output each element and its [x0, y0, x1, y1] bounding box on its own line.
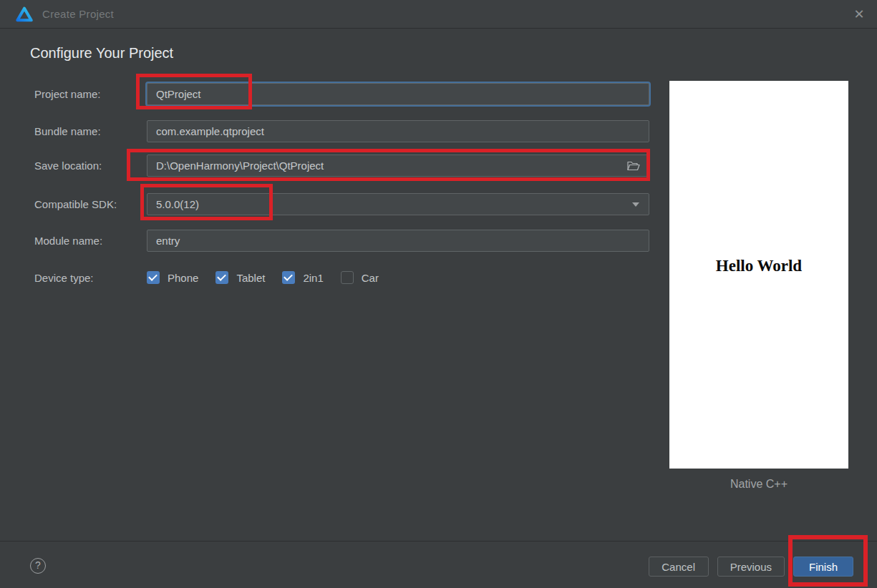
- checkbox-phone-checked[interactable]: [147, 271, 160, 284]
- project-name-input[interactable]: QtProject: [147, 83, 649, 105]
- checkbox-2in1-label: 2in1: [303, 272, 323, 284]
- save-location-value: D:\OpenHarmony\Project\QtProject: [156, 160, 324, 172]
- dialog-footer: ? Cancel Previous Finish: [0, 541, 877, 588]
- template-preview-canvas: Hello World: [669, 81, 848, 469]
- preview-hello-world-text: Hello World: [669, 257, 848, 275]
- deveco-studio-logo-icon: [16, 6, 33, 22]
- project-name-row: Project name: QtProject: [34, 83, 649, 105]
- help-icon[interactable]: ?: [30, 558, 46, 574]
- folder-open-icon[interactable]: [623, 155, 644, 176]
- module-name-value: entry: [156, 235, 180, 247]
- project-name-value: QtProject: [156, 88, 201, 100]
- compatible-sdk-row: Compatible SDK: 5.0.0(12): [34, 193, 649, 215]
- checkbox-tablet-checked[interactable]: [215, 271, 228, 284]
- bundle-name-row: Bundle name: com.example.qtproject: [34, 120, 649, 142]
- project-name-label: Project name:: [34, 88, 147, 100]
- checkbox-car-label: Car: [362, 272, 379, 284]
- compatible-sdk-label: Compatible SDK:: [34, 198, 147, 210]
- compatible-sdk-select[interactable]: 5.0.0(12): [147, 193, 649, 215]
- finish-button[interactable]: Finish: [793, 557, 853, 577]
- create-project-dialog: Create Project ✕ Configure Your Project …: [0, 0, 877, 588]
- checkbox-tablet-label: Tablet: [236, 272, 265, 284]
- chevron-down-icon[interactable]: [632, 202, 639, 207]
- compatible-sdk-value: 5.0.0(12): [156, 198, 199, 210]
- checkbox-car-unchecked[interactable]: [341, 271, 354, 284]
- footer-buttons: Cancel Previous Finish: [649, 557, 853, 577]
- titlebar[interactable]: Create Project ✕: [0, 0, 877, 29]
- device-type-row: Device type: Phone Tablet 2in1 Car: [34, 270, 396, 285]
- checkbox-2in1-checked[interactable]: [282, 271, 295, 284]
- previous-button[interactable]: Previous: [717, 557, 785, 577]
- page-title: Configure Your Project: [30, 45, 173, 62]
- bundle-name-label: Bundle name:: [34, 125, 147, 137]
- module-name-input[interactable]: entry: [147, 230, 649, 252]
- device-type-option-tablet[interactable]: Tablet: [215, 271, 265, 284]
- module-name-label: Module name:: [34, 235, 147, 247]
- cancel-button[interactable]: Cancel: [649, 557, 709, 577]
- device-type-label: Device type:: [34, 272, 147, 284]
- device-type-option-car[interactable]: Car: [341, 271, 379, 284]
- device-type-option-2in1[interactable]: 2in1: [282, 271, 323, 284]
- checkbox-phone-label: Phone: [168, 272, 198, 284]
- bundle-name-input[interactable]: com.example.qtproject: [147, 120, 649, 142]
- device-type-option-phone[interactable]: Phone: [147, 271, 198, 284]
- save-location-label: Save location:: [34, 160, 147, 172]
- window-title: Create Project: [42, 8, 114, 20]
- bundle-name-value: com.example.qtproject: [156, 125, 264, 137]
- template-name-caption: Native C++: [669, 478, 848, 491]
- save-location-input[interactable]: D:\OpenHarmony\Project\QtProject: [147, 155, 649, 177]
- module-name-row: Module name: entry: [34, 230, 649, 252]
- close-icon[interactable]: ✕: [845, 0, 873, 29]
- save-location-row: Save location: D:\OpenHarmony\Project\Qt…: [34, 155, 649, 177]
